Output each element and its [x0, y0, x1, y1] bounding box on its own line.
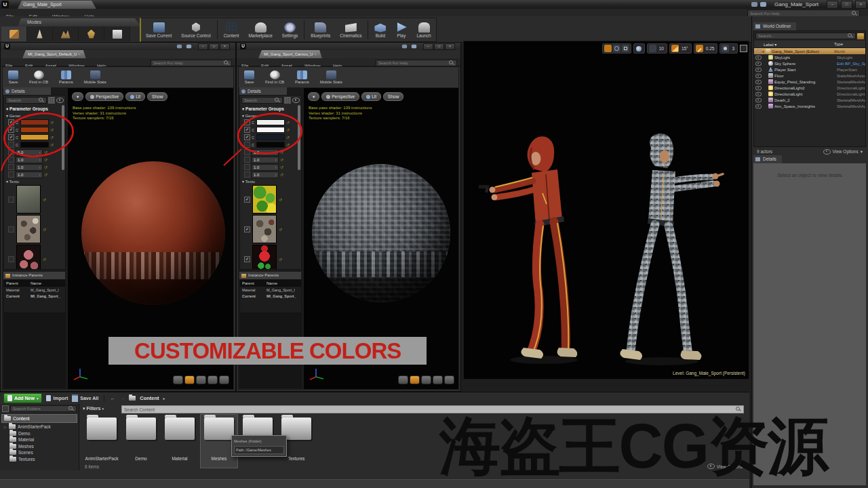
- checkbox[interactable]: [8, 197, 14, 203]
- reset-icon[interactable]: ↺: [44, 157, 47, 162]
- sphere-shape-button[interactable]: [410, 375, 420, 384]
- move-tool-icon[interactable]: [604, 45, 612, 52]
- mode-geometry-button[interactable]: [104, 26, 130, 41]
- mode-place-button[interactable]: [1, 26, 27, 41]
- add-actor-icon[interactable]: [857, 33, 864, 39]
- outliner-row[interactable]: Sky Sphere Edit BP_Sky_Sp: [754, 60, 865, 66]
- reset-icon[interactable]: ↺: [43, 227, 46, 232]
- back-icon[interactable]: ←: [110, 395, 115, 401]
- checkbox[interactable]: ✓: [8, 134, 14, 140]
- tree-item-content-root[interactable]: Content: [1, 414, 77, 423]
- reset-icon[interactable]: ↺: [286, 120, 290, 125]
- visibility-eye-icon[interactable]: [755, 98, 762, 102]
- close-button[interactable]: ×: [855, 1, 867, 9]
- mesh-shape-button[interactable]: [219, 375, 229, 384]
- viewport-menu-button[interactable]: ▾: [72, 92, 83, 101]
- add-new-button[interactable]: Add New ▾: [3, 393, 42, 403]
- folder-material[interactable]: Material: [161, 415, 198, 468]
- reset-icon[interactable]: ↺: [280, 165, 283, 169]
- scalar-input[interactable]: 1.0↕: [252, 164, 279, 171]
- breadcrumb[interactable]: Content: [140, 395, 159, 401]
- modes-tab[interactable]: Modes: [18, 18, 141, 26]
- reset-icon[interactable]: ↺: [286, 135, 290, 140]
- visibility-eye-icon[interactable]: [755, 61, 762, 65]
- mode-paint-button[interactable]: [27, 26, 53, 41]
- visibility-eye-icon[interactable]: [755, 49, 762, 53]
- content-button[interactable]: Content: [219, 18, 244, 41]
- level-viewport[interactable]: 10 15° 0.25 3 Level: Gang_Male_Sport (Pe…: [463, 41, 749, 380]
- checkbox[interactable]: [8, 142, 14, 148]
- play-button[interactable]: Play: [391, 18, 412, 41]
- settings-button[interactable]: Settings: [277, 18, 303, 41]
- viewport-menu-button[interactable]: ▾: [308, 92, 319, 101]
- visibility-eye-icon[interactable]: [755, 67, 762, 71]
- params-button[interactable]: Params: [290, 70, 315, 84]
- checkbox[interactable]: [8, 226, 14, 232]
- checkbox[interactable]: [244, 157, 250, 163]
- texture-thumbnail[interactable]: [252, 215, 277, 243]
- details-search-input[interactable]: Search: [241, 97, 283, 104]
- scalar-input[interactable]: 1.0↕: [252, 149, 279, 156]
- mode-foliage-button[interactable]: [79, 26, 104, 41]
- group-textures[interactable]: ▾ Textu: [240, 178, 301, 184]
- texture-thumbnail[interactable]: [252, 185, 277, 214]
- tree-item-textures[interactable]: Textures: [0, 456, 79, 463]
- breadcrumb-caret-icon[interactable]: ▸: [163, 396, 165, 401]
- cylinder-shape-button[interactable]: [398, 375, 408, 384]
- perspective-button[interactable]: Perspective: [321, 92, 359, 101]
- collapse-sources-icon[interactable]: [2, 405, 9, 412]
- lit-button[interactable]: Lit: [361, 92, 381, 101]
- outliner-row[interactable]: Floor StaticMeshActor: [754, 73, 865, 79]
- reset-icon[interactable]: ↺: [280, 150, 283, 155]
- texture-thumbnail[interactable]: [16, 185, 41, 214]
- scalar-input[interactable]: 5.0↕: [16, 149, 43, 156]
- visibility-eye-icon[interactable]: [755, 85, 762, 89]
- checkbox[interactable]: [8, 164, 14, 170]
- scalar-input[interactable]: 1.0↕: [252, 157, 279, 163]
- checkbox[interactable]: [8, 256, 14, 262]
- texture-thumbnail[interactable]: [252, 245, 277, 270]
- bug-report-icon[interactable]: [760, 2, 766, 7]
- instance-parent-row[interactable]: Current MI_Gang_Sport_: [4, 293, 65, 299]
- find-in-cb-button[interactable]: Find in CB: [260, 70, 290, 84]
- help-search-input[interactable]: Search For Help: [376, 60, 457, 66]
- mobile-stats-button[interactable]: Mobile Stats: [315, 70, 348, 84]
- scale-tool-icon[interactable]: [622, 45, 629, 52]
- mat2-asset-tab[interactable]: MI_Gang_Sport_Camou_U ×: [258, 50, 322, 58]
- view-options-eye-icon[interactable]: [292, 98, 300, 103]
- maximize-viewport-icon[interactable]: [740, 45, 747, 52]
- mat1-details-tab[interactable]: Details: [3, 87, 51, 95]
- checkbox[interactable]: ✓: [244, 127, 250, 133]
- close-button[interactable]: ×: [220, 43, 230, 50]
- column-view-icon[interactable]: [48, 97, 55, 104]
- folder-demo[interactable]: Demo: [123, 415, 159, 468]
- search-folders-input[interactable]: Search Folders: [10, 405, 77, 412]
- color-swatch[interactable]: [256, 127, 285, 133]
- visibility-eye-icon[interactable]: [755, 92, 762, 96]
- level-tab[interactable]: Gang_Male_Sport: [18, 1, 96, 9]
- reset-icon[interactable]: ↺: [44, 172, 47, 177]
- group-textures[interactable]: ▾ Textu: [4, 178, 65, 184]
- minimize-button[interactable]: –: [827, 1, 838, 9]
- color-swatch[interactable]: [20, 127, 49, 133]
- source-control-button[interactable]: Source Control: [176, 18, 215, 41]
- reset-icon[interactable]: ↺: [43, 257, 46, 262]
- reset-icon[interactable]: ↺: [279, 227, 282, 232]
- perspective-button[interactable]: Perspective: [85, 92, 123, 101]
- material-preview-sphere[interactable]: [81, 161, 225, 305]
- coordinate-space-toggle[interactable]: [633, 43, 645, 54]
- show-button[interactable]: Show: [147, 92, 167, 101]
- bug-report-icon[interactable]: [412, 45, 416, 49]
- details-search-input[interactable]: Search: [5, 97, 47, 104]
- checkbox[interactable]: [8, 149, 14, 155]
- col-type[interactable]: Type: [834, 42, 865, 46]
- feedback-bubble-icon[interactable]: [751, 2, 757, 7]
- rotation-snap-control[interactable]: 15°: [669, 43, 692, 54]
- visibility-eye-icon[interactable]: [755, 73, 762, 77]
- reset-icon[interactable]: ↺: [286, 127, 290, 132]
- reset-icon[interactable]: ↺: [50, 127, 54, 132]
- import-button[interactable]: Import: [46, 395, 68, 401]
- forward-icon[interactable]: →: [119, 395, 125, 401]
- marketplace-button[interactable]: Marketplace: [243, 18, 277, 41]
- reset-icon[interactable]: ↺: [50, 142, 54, 147]
